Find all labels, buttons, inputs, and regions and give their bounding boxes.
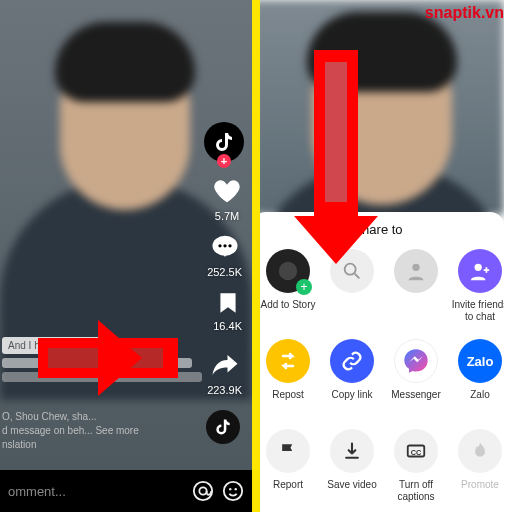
messenger-tile[interactable]: Messenger — [386, 339, 446, 413]
comment-input-bar[interactable]: omment... — [0, 470, 252, 512]
share-sheet-title: Share to — [252, 212, 504, 237]
bookmark-count: 16.4K — [213, 320, 242, 332]
music-disc[interactable] — [206, 410, 240, 444]
add-friend-icon — [469, 260, 491, 282]
tiktok-share-sheet-view: snaptik.vn Share to + Add to Story — [252, 0, 504, 512]
watermark-text: snaptik.vn — [425, 4, 504, 22]
annotation-arrow-to-share — [38, 338, 178, 378]
bookmark-icon — [215, 290, 241, 316]
video-meta: O, Shou Chew, sha... d message on beh...… — [2, 410, 139, 452]
user-icon — [405, 260, 427, 282]
repost-icon — [276, 349, 300, 373]
comment-placeholder: omment... — [8, 484, 184, 499]
svg-point-5 — [199, 487, 206, 494]
share-row-actions: Report Save video CC Turn off captions P… — [252, 417, 504, 507]
like-count: 5.7M — [215, 210, 239, 222]
svg-point-12 — [475, 264, 482, 271]
zalo-tile[interactable]: Zalo Zalo — [450, 339, 504, 413]
captions-icon: CC — [405, 440, 427, 462]
tutorial-image: + 5.7M 252.5K 16.4K 223.9K And I have so… — [0, 0, 512, 512]
comment-button[interactable]: 252.5K — [207, 232, 242, 278]
follow-plus-icon[interactable]: + — [217, 154, 231, 168]
repost-tile[interactable]: Repost — [258, 339, 318, 413]
svg-point-11 — [412, 264, 419, 271]
share-button[interactable]: 223.9K — [207, 350, 242, 396]
contact-tile[interactable] — [386, 249, 446, 323]
annotation-arrow-to-copylink — [314, 50, 358, 220]
svg-point-7 — [229, 488, 231, 490]
save-video-tile[interactable]: Save video — [322, 429, 382, 503]
svg-point-8 — [235, 488, 237, 490]
emoji-icon[interactable] — [222, 480, 244, 502]
copy-link-tile[interactable]: Copy link — [322, 339, 382, 413]
share-count: 223.9K — [207, 384, 242, 396]
panel-divider — [252, 0, 260, 512]
svg-point-10 — [345, 264, 356, 275]
svg-text:CC: CC — [411, 448, 422, 457]
svg-point-6 — [224, 482, 242, 500]
fire-icon — [470, 441, 490, 461]
promote-tile: Promote — [450, 429, 504, 503]
profile-avatar[interactable]: + — [204, 122, 244, 162]
invite-friends-tile[interactable]: Invite friends to chat — [450, 249, 504, 323]
bookmark-button[interactable]: 16.4K — [213, 290, 242, 332]
mention-icon[interactable] — [192, 480, 214, 502]
messenger-icon — [402, 347, 430, 375]
svg-point-4 — [194, 482, 212, 500]
share-row-apps: Repost Copy link Messenger Zalo Zalo f F… — [252, 327, 504, 417]
share-arrow-icon — [210, 350, 240, 380]
share-row-contacts: + Add to Story Invite friends to chat — [252, 237, 504, 327]
like-button[interactable]: 5.7M — [212, 176, 242, 222]
link-icon — [341, 350, 363, 372]
tiktok-logo-icon — [213, 417, 233, 437]
turn-off-captions-tile[interactable]: CC Turn off captions — [386, 429, 446, 503]
svg-point-3 — [228, 244, 231, 247]
svg-point-2 — [223, 244, 226, 247]
report-tile[interactable]: Report — [258, 429, 318, 503]
heart-icon — [212, 176, 242, 206]
share-sheet: Share to + Add to Story — [252, 212, 504, 512]
tiktok-logo-icon — [212, 130, 236, 154]
comment-icon — [210, 232, 240, 262]
zalo-icon: Zalo — [458, 339, 502, 383]
svg-point-1 — [218, 244, 221, 247]
comment-count: 252.5K — [207, 266, 242, 278]
flag-icon — [278, 441, 298, 461]
tiktok-video-view: + 5.7M 252.5K 16.4K 223.9K And I have so… — [0, 0, 252, 512]
download-icon — [342, 441, 362, 461]
svg-point-9 — [279, 262, 297, 280]
